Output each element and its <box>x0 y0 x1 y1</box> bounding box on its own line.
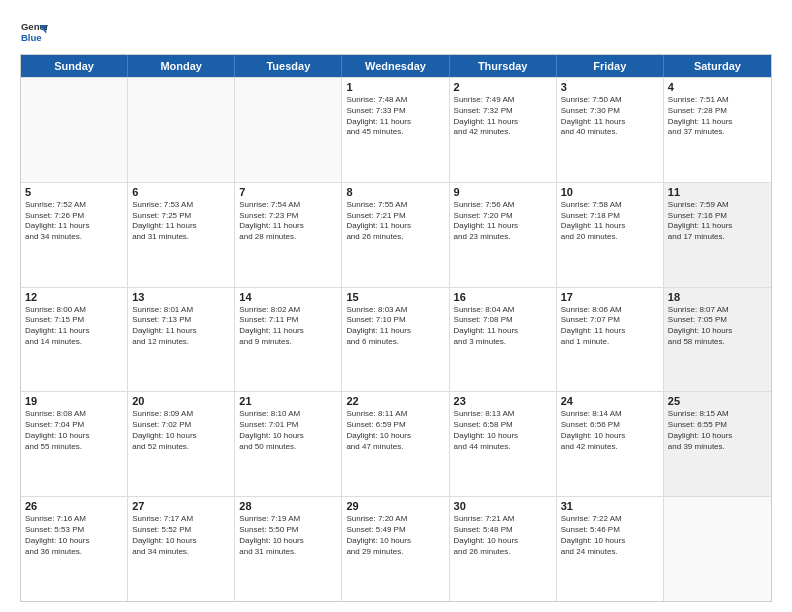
calendar-cell: 5Sunrise: 7:52 AM Sunset: 7:26 PM Daylig… <box>21 183 128 287</box>
day-number: 26 <box>25 500 123 512</box>
calendar-cell: 6Sunrise: 7:53 AM Sunset: 7:25 PM Daylig… <box>128 183 235 287</box>
cell-text: Sunrise: 7:51 AM Sunset: 7:28 PM Dayligh… <box>668 95 767 138</box>
calendar-cell: 15Sunrise: 8:03 AM Sunset: 7:10 PM Dayli… <box>342 288 449 392</box>
day-number: 13 <box>132 291 230 303</box>
cell-text: Sunrise: 7:54 AM Sunset: 7:23 PM Dayligh… <box>239 200 337 243</box>
logo: General Blue <box>20 18 48 46</box>
weekday-header: Sunday <box>21 55 128 77</box>
day-number: 18 <box>668 291 767 303</box>
weekday-header: Wednesday <box>342 55 449 77</box>
cell-text: Sunrise: 8:07 AM Sunset: 7:05 PM Dayligh… <box>668 305 767 348</box>
calendar-cell: 18Sunrise: 8:07 AM Sunset: 7:05 PM Dayli… <box>664 288 771 392</box>
calendar-cell: 11Sunrise: 7:59 AM Sunset: 7:16 PM Dayli… <box>664 183 771 287</box>
day-number: 10 <box>561 186 659 198</box>
cell-text: Sunrise: 7:20 AM Sunset: 5:49 PM Dayligh… <box>346 514 444 557</box>
cell-text: Sunrise: 8:04 AM Sunset: 7:08 PM Dayligh… <box>454 305 552 348</box>
calendar-cell: 12Sunrise: 8:00 AM Sunset: 7:15 PM Dayli… <box>21 288 128 392</box>
cell-text: Sunrise: 8:01 AM Sunset: 7:13 PM Dayligh… <box>132 305 230 348</box>
cell-text: Sunrise: 8:15 AM Sunset: 6:55 PM Dayligh… <box>668 409 767 452</box>
calendar-cell <box>128 78 235 182</box>
calendar-cell: 1Sunrise: 7:48 AM Sunset: 7:33 PM Daylig… <box>342 78 449 182</box>
cell-text: Sunrise: 7:59 AM Sunset: 7:16 PM Dayligh… <box>668 200 767 243</box>
day-number: 9 <box>454 186 552 198</box>
calendar-cell: 30Sunrise: 7:21 AM Sunset: 5:48 PM Dayli… <box>450 497 557 601</box>
calendar: SundayMondayTuesdayWednesdayThursdayFrid… <box>20 54 772 602</box>
day-number: 21 <box>239 395 337 407</box>
weekday-header: Saturday <box>664 55 771 77</box>
day-number: 6 <box>132 186 230 198</box>
calendar-cell: 19Sunrise: 8:08 AM Sunset: 7:04 PM Dayli… <box>21 392 128 496</box>
day-number: 15 <box>346 291 444 303</box>
cell-text: Sunrise: 7:21 AM Sunset: 5:48 PM Dayligh… <box>454 514 552 557</box>
cell-text: Sunrise: 8:10 AM Sunset: 7:01 PM Dayligh… <box>239 409 337 452</box>
day-number: 29 <box>346 500 444 512</box>
day-number: 19 <box>25 395 123 407</box>
day-number: 28 <box>239 500 337 512</box>
calendar-cell: 4Sunrise: 7:51 AM Sunset: 7:28 PM Daylig… <box>664 78 771 182</box>
calendar-row: 19Sunrise: 8:08 AM Sunset: 7:04 PM Dayli… <box>21 391 771 496</box>
calendar-row: 12Sunrise: 8:00 AM Sunset: 7:15 PM Dayli… <box>21 287 771 392</box>
day-number: 31 <box>561 500 659 512</box>
day-number: 7 <box>239 186 337 198</box>
day-number: 5 <box>25 186 123 198</box>
cell-text: Sunrise: 7:48 AM Sunset: 7:33 PM Dayligh… <box>346 95 444 138</box>
calendar-body: 1Sunrise: 7:48 AM Sunset: 7:33 PM Daylig… <box>21 77 771 601</box>
calendar-cell <box>235 78 342 182</box>
calendar-cell: 9Sunrise: 7:56 AM Sunset: 7:20 PM Daylig… <box>450 183 557 287</box>
weekday-header: Monday <box>128 55 235 77</box>
calendar-cell: 14Sunrise: 8:02 AM Sunset: 7:11 PM Dayli… <box>235 288 342 392</box>
calendar-header: SundayMondayTuesdayWednesdayThursdayFrid… <box>21 55 771 77</box>
day-number: 22 <box>346 395 444 407</box>
cell-text: Sunrise: 7:50 AM Sunset: 7:30 PM Dayligh… <box>561 95 659 138</box>
day-number: 24 <box>561 395 659 407</box>
day-number: 2 <box>454 81 552 93</box>
calendar-cell: 28Sunrise: 7:19 AM Sunset: 5:50 PM Dayli… <box>235 497 342 601</box>
cell-text: Sunrise: 7:55 AM Sunset: 7:21 PM Dayligh… <box>346 200 444 243</box>
calendar-row: 1Sunrise: 7:48 AM Sunset: 7:33 PM Daylig… <box>21 77 771 182</box>
calendar-cell: 17Sunrise: 8:06 AM Sunset: 7:07 PM Dayli… <box>557 288 664 392</box>
cell-text: Sunrise: 8:14 AM Sunset: 6:56 PM Dayligh… <box>561 409 659 452</box>
calendar-cell: 23Sunrise: 8:13 AM Sunset: 6:58 PM Dayli… <box>450 392 557 496</box>
cell-text: Sunrise: 7:16 AM Sunset: 5:53 PM Dayligh… <box>25 514 123 557</box>
svg-text:Blue: Blue <box>21 32 42 43</box>
day-number: 23 <box>454 395 552 407</box>
calendar-row: 26Sunrise: 7:16 AM Sunset: 5:53 PM Dayli… <box>21 496 771 601</box>
day-number: 27 <box>132 500 230 512</box>
weekday-header: Tuesday <box>235 55 342 77</box>
day-number: 3 <box>561 81 659 93</box>
cell-text: Sunrise: 7:53 AM Sunset: 7:25 PM Dayligh… <box>132 200 230 243</box>
day-number: 17 <box>561 291 659 303</box>
calendar-cell: 27Sunrise: 7:17 AM Sunset: 5:52 PM Dayli… <box>128 497 235 601</box>
calendar-cell: 20Sunrise: 8:09 AM Sunset: 7:02 PM Dayli… <box>128 392 235 496</box>
day-number: 8 <box>346 186 444 198</box>
cell-text: Sunrise: 8:08 AM Sunset: 7:04 PM Dayligh… <box>25 409 123 452</box>
cell-text: Sunrise: 7:22 AM Sunset: 5:46 PM Dayligh… <box>561 514 659 557</box>
day-number: 20 <box>132 395 230 407</box>
cell-text: Sunrise: 8:02 AM Sunset: 7:11 PM Dayligh… <box>239 305 337 348</box>
cell-text: Sunrise: 7:19 AM Sunset: 5:50 PM Dayligh… <box>239 514 337 557</box>
cell-text: Sunrise: 8:13 AM Sunset: 6:58 PM Dayligh… <box>454 409 552 452</box>
cell-text: Sunrise: 8:09 AM Sunset: 7:02 PM Dayligh… <box>132 409 230 452</box>
cell-text: Sunrise: 7:56 AM Sunset: 7:20 PM Dayligh… <box>454 200 552 243</box>
calendar-cell: 7Sunrise: 7:54 AM Sunset: 7:23 PM Daylig… <box>235 183 342 287</box>
calendar-cell: 16Sunrise: 8:04 AM Sunset: 7:08 PM Dayli… <box>450 288 557 392</box>
calendar-cell: 21Sunrise: 8:10 AM Sunset: 7:01 PM Dayli… <box>235 392 342 496</box>
calendar-cell: 26Sunrise: 7:16 AM Sunset: 5:53 PM Dayli… <box>21 497 128 601</box>
calendar-cell: 22Sunrise: 8:11 AM Sunset: 6:59 PM Dayli… <box>342 392 449 496</box>
cell-text: Sunrise: 8:03 AM Sunset: 7:10 PM Dayligh… <box>346 305 444 348</box>
calendar-cell: 13Sunrise: 8:01 AM Sunset: 7:13 PM Dayli… <box>128 288 235 392</box>
weekday-header: Friday <box>557 55 664 77</box>
day-number: 12 <box>25 291 123 303</box>
calendar-cell: 31Sunrise: 7:22 AM Sunset: 5:46 PM Dayli… <box>557 497 664 601</box>
day-number: 30 <box>454 500 552 512</box>
cell-text: Sunrise: 7:17 AM Sunset: 5:52 PM Dayligh… <box>132 514 230 557</box>
cell-text: Sunrise: 7:49 AM Sunset: 7:32 PM Dayligh… <box>454 95 552 138</box>
calendar-cell: 10Sunrise: 7:58 AM Sunset: 7:18 PM Dayli… <box>557 183 664 287</box>
calendar-cell <box>21 78 128 182</box>
day-number: 4 <box>668 81 767 93</box>
page-header: General Blue <box>20 18 772 46</box>
calendar-cell: 24Sunrise: 8:14 AM Sunset: 6:56 PM Dayli… <box>557 392 664 496</box>
calendar-cell: 25Sunrise: 8:15 AM Sunset: 6:55 PM Dayli… <box>664 392 771 496</box>
cell-text: Sunrise: 7:52 AM Sunset: 7:26 PM Dayligh… <box>25 200 123 243</box>
day-number: 14 <box>239 291 337 303</box>
